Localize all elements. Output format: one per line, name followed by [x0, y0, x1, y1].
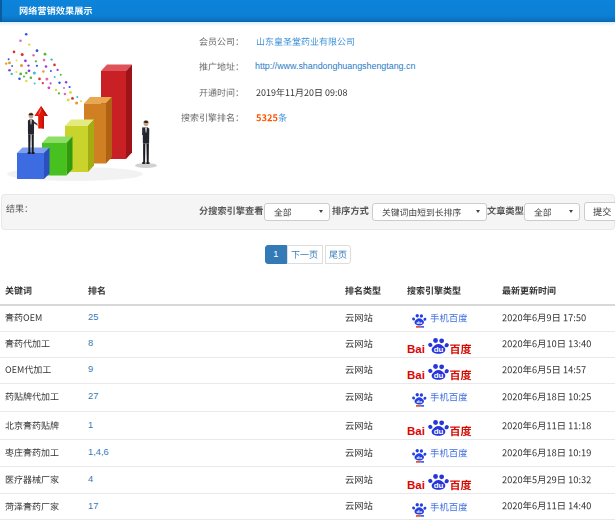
svg-text:Bai: Bai [407, 424, 425, 436]
svg-text:Bai: Bai [407, 342, 425, 354]
svg-text:du: du [416, 455, 422, 460]
svg-text:Bai: Bai [407, 478, 425, 490]
svg-text:du: du [433, 345, 443, 353]
svg-text:du: du [433, 481, 443, 489]
svg-text:Bai: Bai [407, 369, 425, 381]
svg-text:du: du [416, 509, 422, 514]
svg-text:du: du [433, 427, 443, 435]
svg-text:du: du [416, 321, 422, 326]
svg-text:du: du [433, 371, 443, 379]
svg-text:du: du [416, 399, 422, 404]
